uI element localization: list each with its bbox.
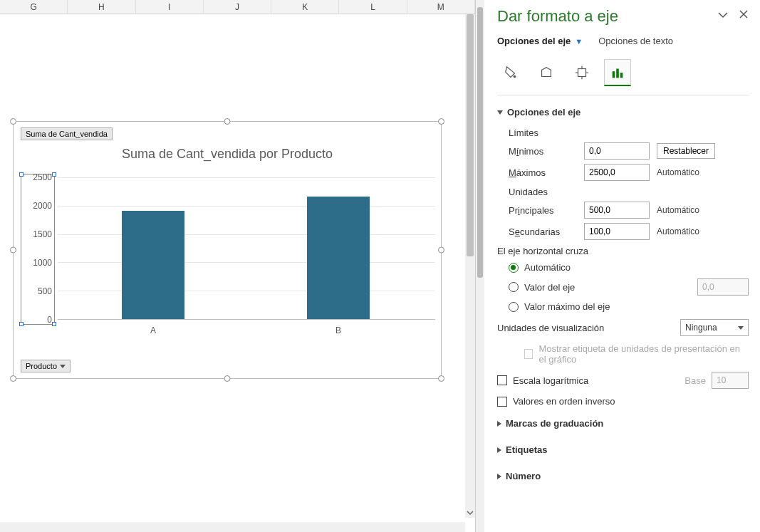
display-units-label: Unidades de visualización xyxy=(497,323,604,333)
resize-handle[interactable] xyxy=(438,247,444,254)
chevron-down-icon xyxy=(738,326,744,330)
section-title: Etiquetas xyxy=(506,444,548,455)
column-headers-row: G H I J K L M xyxy=(0,0,475,14)
resize-handle[interactable] xyxy=(10,247,16,254)
effects-tab[interactable] xyxy=(533,59,560,86)
scrollbar-thumb[interactable] xyxy=(477,7,483,278)
section-toggle-axis-options[interactable]: Opciones del eje xyxy=(497,103,749,122)
format-axis-pane: Dar formato a eje Opciones del eje ▼ Opc… xyxy=(476,0,760,532)
close-icon[interactable] xyxy=(739,9,749,24)
radio-label: Valor máximo del eje xyxy=(524,301,610,312)
section-axis-options: Opciones del eje Límites Mínimos Restabl… xyxy=(497,103,749,407)
y-tick-label: 2500 xyxy=(33,172,52,182)
column-header[interactable]: K xyxy=(271,0,339,14)
axis-options-tab[interactable] xyxy=(604,59,631,86)
checkbox-label: Mostrar etiqueta de unidades de presenta… xyxy=(538,343,749,365)
size-properties-tab[interactable] xyxy=(568,59,595,86)
log-base-input xyxy=(712,372,749,389)
svg-point-0 xyxy=(514,75,516,78)
pane-title: Dar formato a eje xyxy=(497,7,618,26)
column-header[interactable]: G xyxy=(0,0,68,14)
radio-cross-auto[interactable]: Automático xyxy=(509,262,749,273)
resize-handle[interactable] xyxy=(224,118,231,125)
select-value: Ninguna xyxy=(685,323,717,333)
pane-scrollbar[interactable] xyxy=(476,0,484,532)
column-header[interactable]: M xyxy=(407,0,475,14)
column-header[interactable]: J xyxy=(204,0,271,14)
chart-bar[interactable] xyxy=(122,211,184,319)
pivot-field-label: Producto xyxy=(26,362,57,370)
checkbox-icon xyxy=(524,349,533,359)
axis-handle[interactable] xyxy=(52,172,56,177)
column-header[interactable]: I xyxy=(136,0,204,14)
section-title: Marcas de graduación xyxy=(506,418,603,429)
fill-line-tab[interactable] xyxy=(497,59,524,86)
minimum-input[interactable] xyxy=(584,142,650,160)
pivot-values-field-button[interactable]: Suma de Cant_vendida xyxy=(21,127,113,140)
chart-title[interactable]: Suma de Cant_vendida por Producto xyxy=(14,147,441,162)
x-axis-labels: A B xyxy=(58,325,435,340)
log-scale-checkbox[interactable]: Escala logarítmica Base xyxy=(497,372,749,389)
plot-area[interactable]: 2500 2000 1500 1000 500 0 A B xyxy=(22,177,435,338)
resize-handle[interactable] xyxy=(438,375,444,382)
tab-axis-options[interactable]: Opciones del eje ▼ xyxy=(497,36,583,46)
column-header[interactable]: H xyxy=(68,0,135,14)
resize-handle[interactable] xyxy=(10,375,16,382)
reset-minimum-button[interactable]: Restablecer xyxy=(657,143,715,159)
resize-handle[interactable] xyxy=(10,118,16,125)
radio-icon xyxy=(509,263,519,273)
resize-handle[interactable] xyxy=(224,375,231,382)
chevron-down-icon: ▼ xyxy=(575,37,583,46)
gridline xyxy=(58,262,435,263)
scroll-down-icon[interactable] xyxy=(467,509,474,516)
pane-tabs: Opciones del eje ▼ Opciones de texto xyxy=(497,36,749,46)
major-unit-input[interactable] xyxy=(584,202,650,219)
checkbox-label: Valores en orden inverso xyxy=(513,396,615,407)
resize-handle[interactable] xyxy=(438,118,444,125)
cross-value-input xyxy=(697,278,749,296)
y-tick-label: 1500 xyxy=(33,229,52,239)
radio-cross-max[interactable]: Valor máximo del eje xyxy=(509,301,749,312)
svg-rect-1 xyxy=(578,69,586,77)
chart-bar[interactable] xyxy=(307,197,370,319)
column-header[interactable]: L xyxy=(339,0,407,14)
section-toggle-number[interactable]: Número xyxy=(497,466,749,486)
section-toggle-labels[interactable]: Etiquetas xyxy=(497,440,749,459)
axis-handle[interactable] xyxy=(19,172,24,177)
checkbox-icon xyxy=(497,397,507,407)
svg-rect-3 xyxy=(616,68,619,78)
radio-icon xyxy=(509,302,519,312)
gridline xyxy=(58,177,435,178)
pivot-field-label: Suma de Cant_vendida xyxy=(26,130,108,138)
dropdown-icon xyxy=(60,365,66,368)
section-number: Número xyxy=(497,466,749,486)
x-tick-label: A xyxy=(150,325,156,335)
chart-object[interactable]: Suma de Cant_vendida Suma de Cant_vendid… xyxy=(13,121,442,379)
section-title: Opciones del eje xyxy=(507,107,581,118)
limits-label: Límites xyxy=(509,127,749,138)
radio-cross-value[interactable]: Valor del eje xyxy=(509,278,749,296)
tab-text-options[interactable]: Opciones de texto xyxy=(598,36,673,46)
section-title: Número xyxy=(506,471,541,481)
horizontal-scrollbar[interactable] xyxy=(0,522,465,532)
y-tick-label: 500 xyxy=(38,286,52,296)
pane-header: Dar formato a eje xyxy=(497,7,749,26)
gridline xyxy=(58,206,435,207)
y-axis-labels: 2500 2000 1500 1000 500 0 xyxy=(22,177,56,320)
tab-label: Opciones del eje xyxy=(497,36,571,46)
section-toggle-tick-marks[interactable]: Marcas de graduación xyxy=(497,414,749,433)
reverse-order-checkbox[interactable]: Valores en orden inverso xyxy=(497,396,749,407)
major-unit-status: Automático xyxy=(657,205,699,215)
collapse-icon[interactable] xyxy=(717,9,729,24)
pivot-axis-field-button[interactable]: Producto xyxy=(21,360,71,372)
spreadsheet-area: G H I J K L M Suma de Cant_vendida Suma … xyxy=(0,0,476,532)
radio-icon xyxy=(509,282,519,292)
scrollbar-thumb[interactable] xyxy=(467,14,474,256)
svg-rect-2 xyxy=(613,71,615,78)
display-units-select[interactable]: Ninguna xyxy=(680,319,749,336)
vertical-scrollbar[interactable] xyxy=(465,14,475,518)
minor-unit-input[interactable] xyxy=(584,223,650,240)
section-tick-marks: Marcas de graduación xyxy=(497,414,749,433)
maximum-input[interactable] xyxy=(584,164,650,181)
y-tick-label: 1000 xyxy=(33,258,52,268)
